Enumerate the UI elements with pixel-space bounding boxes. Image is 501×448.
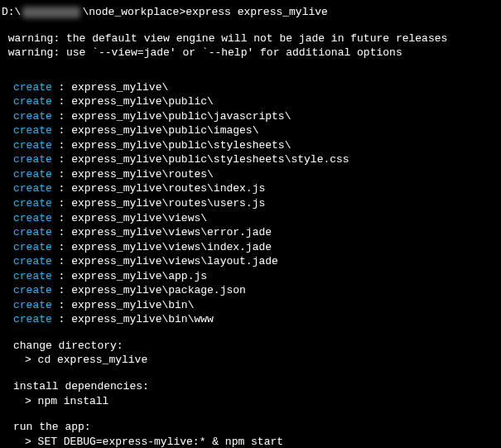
create-path-value: express_mylive\routes\ [71, 168, 214, 181]
create-path: : [52, 284, 71, 296]
create-keyword: create [13, 255, 52, 267]
create-line: create : express_mylive\bin\ [13, 298, 499, 313]
instruction-cmd: > npm install [13, 394, 499, 409]
create-line: create : express_mylive\ [13, 80, 499, 95]
create-path: : [52, 124, 71, 137]
create-path-value: express_mylive\views\layout.jade [71, 255, 278, 267]
create-keyword: create [13, 168, 52, 181]
create-path-value: express_mylive\public\images\ [71, 124, 258, 137]
create-path-value: express_mylive\public\javascripts\ [71, 110, 291, 123]
warning-line: warning: use `--view=jade' or `--help' f… [2, 46, 499, 60]
create-path: : [52, 299, 71, 311]
create-path: : [52, 81, 71, 94]
create-path-value: express_mylive\public\stylesheets\style.… [71, 153, 349, 166]
create-path: : [52, 182, 71, 195]
create-path: : [52, 241, 71, 253]
create-keyword: create [13, 153, 52, 166]
create-line: create : express_mylive\routes\ [13, 167, 499, 182]
create-line: create : express_mylive\routes\users.js [13, 196, 499, 211]
create-path: : [52, 139, 71, 152]
path-suffix: \node_workplace> [82, 6, 185, 18]
create-keyword: create [13, 197, 52, 210]
command-prompt: D:\\node_workplace>express express_myliv… [2, 5, 499, 20]
create-line: create : express_mylive\routes\index.js [13, 181, 499, 196]
create-keyword: create [13, 313, 52, 325]
instruction-cmd: > SET DEBUG=express-mylive:* & npm start [13, 435, 499, 448]
instruction-run-app: run the app: > SET DEBUG=express-mylive:… [13, 420, 499, 448]
create-path: : [52, 95, 71, 108]
warnings-block: warning: the default view engine will no… [2, 31, 499, 60]
create-path: : [52, 197, 71, 210]
create-line: create : express_mylive\app.js [13, 269, 499, 284]
create-keyword: create [13, 226, 52, 238]
create-path-value: express_mylive\public\ [71, 95, 214, 108]
instruction-title: run the app: [13, 420, 499, 435]
create-line: create : express_mylive\public\styleshee… [13, 138, 499, 153]
create-path: : [52, 270, 71, 282]
command-text: express express_mylive [185, 6, 328, 18]
create-keyword: create [13, 299, 52, 311]
instruction-title: change directory: [13, 339, 499, 354]
create-keyword: create [13, 95, 52, 108]
create-path-value: express_mylive\views\error.jade [71, 226, 272, 238]
create-keyword: create [13, 182, 52, 195]
drive-letter: D:\ [2, 6, 21, 18]
instructions-block: change directory: > cd express_mylive in… [2, 339, 499, 448]
create-path-value: express_mylive\bin\www [71, 313, 214, 325]
create-keyword: create [13, 270, 52, 282]
create-path-value: express_mylive\package.json [71, 284, 246, 296]
create-keyword: create [13, 124, 52, 137]
create-line: create : express_mylive\public\javascrip… [13, 109, 499, 124]
create-path-value: express_mylive\ [71, 81, 168, 94]
create-line: create : express_mylive\public\styleshee… [13, 152, 499, 167]
create-line: create : express_mylive\public\ [13, 94, 499, 109]
instruction-title: install dependencies: [13, 379, 499, 394]
create-path: : [52, 212, 71, 224]
create-path-value: express_mylive\routes\users.js [71, 197, 265, 210]
create-line: create : express_mylive\public\images\ [13, 123, 499, 138]
create-keyword: create [13, 81, 52, 94]
create-path: : [52, 153, 71, 166]
create-path-value: express_mylive\views\index.jade [71, 241, 272, 253]
create-line: create : express_mylive\views\ [13, 211, 499, 226]
create-path: : [52, 313, 71, 325]
instruction-change-directory: change directory: > cd express_mylive [13, 339, 499, 368]
create-path: : [52, 255, 71, 267]
create-line: create : express_mylive\package.json [13, 283, 499, 298]
create-line: create : express_mylive\views\index.jade [13, 240, 499, 255]
create-path-value: express_mylive\views\ [71, 212, 207, 224]
create-list: create : express_mylive\ create : expres… [2, 80, 499, 327]
redacted-path [22, 7, 80, 18]
create-line: create : express_mylive\views\layout.jad… [13, 254, 499, 269]
warning-line: warning: the default view engine will no… [2, 31, 499, 46]
create-path-value: express_mylive\routes\index.js [71, 182, 265, 195]
create-path: : [52, 226, 71, 238]
create-keyword: create [13, 110, 52, 123]
create-path-value: express_mylive\bin\ [71, 299, 194, 311]
create-path: : [52, 168, 71, 181]
create-path: : [52, 110, 71, 123]
create-line: create : express_mylive\bin\www [13, 312, 499, 327]
create-path-value: express_mylive\public\stylesheets\ [71, 139, 291, 152]
create-keyword: create [13, 241, 52, 253]
create-keyword: create [13, 212, 52, 224]
instruction-cmd: > cd express_mylive [13, 353, 499, 368]
create-keyword: create [13, 139, 52, 152]
create-keyword: create [13, 284, 52, 296]
create-line: create : express_mylive\views\error.jade [13, 225, 499, 240]
instruction-install-deps: install dependencies: > npm install [13, 379, 499, 408]
create-path-value: express_mylive\app.js [71, 270, 207, 282]
